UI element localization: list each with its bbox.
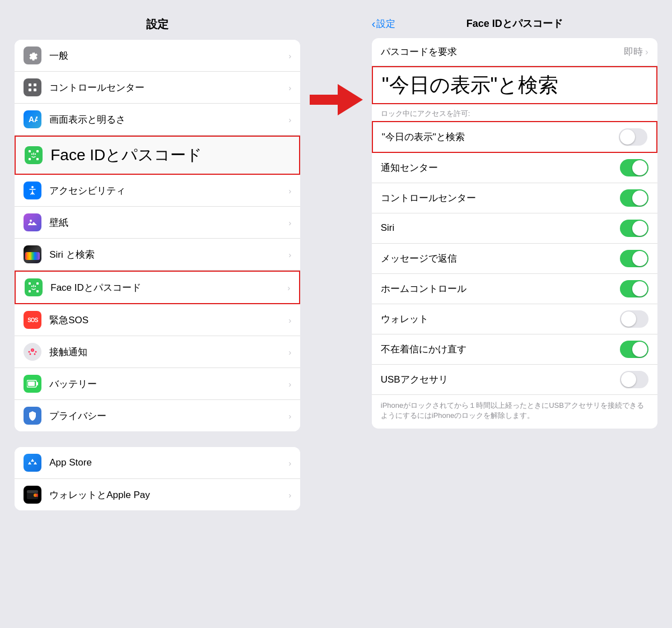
siri-icon: [24, 245, 41, 263]
toggle-row-today-view[interactable]: "今日の表示"と検索: [372, 121, 657, 153]
wallet-toggle[interactable]: [620, 310, 648, 328]
passcode-value: 即時 ›: [624, 45, 648, 58]
accessibility-label: アクセシビリティ: [49, 184, 284, 197]
battery-icon: [24, 375, 41, 393]
sos-icon: SOS: [24, 311, 41, 329]
settings-item-battery[interactable]: バッテリー ›: [15, 368, 300, 400]
toggle-thumb: [632, 221, 647, 236]
chevron-icon: ›: [288, 218, 291, 227]
svg-point-13: [30, 220, 32, 222]
arrow-shaft: [310, 95, 338, 105]
section-label: ロック中にアクセスを許可:: [372, 104, 657, 121]
display-label: 画面表示と明るさ: [49, 113, 284, 126]
toggle-row-siri[interactable]: Siri: [372, 213, 657, 244]
chevron-icon: ›: [288, 379, 291, 389]
control-center-label: コントロールセンター: [49, 81, 284, 94]
wallpaper-icon: [24, 213, 41, 231]
settings-item-faceid[interactable]: Face IDとパスコード ›: [15, 271, 300, 304]
back-button[interactable]: ‹ 設定: [372, 17, 396, 30]
sos-label: 緊急SOS: [49, 314, 284, 327]
svg-point-19: [35, 286, 36, 287]
toggle-row-control-center[interactable]: コントロールセンター: [372, 183, 657, 213]
toggle-row-notification-center[interactable]: 通知センター: [372, 153, 657, 183]
chevron-icon: ›: [288, 186, 291, 196]
svg-rect-14: [29, 282, 31, 285]
right-panel-content: パスコードを要求 即時 › "今日の表示"と検索 ロック中にアクセスを許可: "…: [372, 38, 657, 429]
passcode-label: パスコードを要求: [381, 45, 457, 58]
svg-rect-29: [36, 382, 38, 385]
chevron-icon: ›: [288, 115, 291, 124]
toggle-thumb: [620, 129, 635, 145]
settings-item-privacy[interactable]: プライバシー ›: [15, 400, 300, 431]
toggle-thumb: [621, 311, 636, 327]
svg-point-26: [30, 353, 31, 355]
svg-rect-16: [29, 290, 31, 292]
notification-center-toggle[interactable]: [620, 159, 648, 176]
message-reply-label: メッセージで返信: [381, 252, 457, 265]
chevron-icon: ›: [288, 490, 291, 500]
settings-item-display[interactable]: AA 画面表示と明るさ ›: [15, 104, 300, 136]
svg-rect-15: [36, 282, 39, 285]
toggle-row-usb[interactable]: USBアクセサリ: [372, 365, 657, 395]
control-center-toggle[interactable]: [620, 189, 648, 207]
chevron-icon: ›: [288, 347, 291, 357]
settings-item-appstore[interactable]: App Store ›: [15, 447, 300, 479]
contact-label: 接触通知: [49, 346, 284, 359]
svg-point-24: [29, 351, 30, 353]
left-panel: 設定 一般 ›: [11, 17, 304, 510]
toggle-thumb: [632, 251, 647, 266]
contact-icon: [24, 343, 41, 361]
svg-rect-6: [36, 150, 39, 152]
settings-item-sos[interactable]: SOS 緊急SOS ›: [15, 304, 300, 336]
settings-item-contact[interactable]: 接触通知 ›: [15, 336, 300, 368]
right-panel-title: Face IDとパスコード: [466, 17, 563, 30]
left-panel-title: 設定: [146, 17, 169, 32]
svg-rect-1: [34, 83, 36, 86]
svg-point-25: [35, 351, 37, 353]
settings-list-top: 一般 › コントロールセンター ›: [15, 40, 300, 431]
arrow-head: [338, 84, 363, 115]
svg-rect-17: [36, 290, 39, 292]
siri-toggle[interactable]: [620, 220, 648, 237]
svg-point-10: [35, 153, 36, 155]
settings-item-general[interactable]: 一般 ›: [15, 40, 300, 72]
big-heading-box: "今日の表示"と検索: [372, 66, 657, 104]
chevron-icon: ›: [288, 83, 291, 92]
privacy-icon: [24, 407, 41, 425]
chevron-icon: ›: [288, 411, 291, 421]
passcode-row[interactable]: パスコードを要求 即時 ›: [372, 38, 657, 66]
toggle-row-wallet[interactable]: ウォレット: [372, 304, 657, 334]
settings-item-wallet[interactable]: ウォレットとApple Pay ›: [15, 479, 300, 510]
arrow-container: [304, 84, 368, 115]
svg-rect-32: [27, 490, 38, 493]
passcode-chevron: ›: [645, 46, 648, 58]
back-chevron-icon: ‹: [372, 17, 376, 30]
settings-list-bottom: App Store › ウォレットとApple Pay ›: [15, 447, 300, 510]
missed-call-toggle[interactable]: [620, 341, 648, 358]
message-reply-toggle[interactable]: [620, 250, 648, 267]
toggle-row-home-control[interactable]: ホームコントロール: [372, 274, 657, 304]
toggle-row-missed-call[interactable]: 不在着信にかけ直す: [372, 334, 657, 365]
battery-label: バッテリー: [49, 378, 284, 390]
wallpaper-label: 壁紙: [49, 216, 284, 229]
big-heading-text: "今日の表示"と検索: [382, 74, 647, 96]
svg-point-27: [34, 353, 36, 355]
faceid-large-label: Face IDとパスコード: [50, 145, 290, 166]
toggle-row-message-reply[interactable]: メッセージで返信: [372, 244, 657, 274]
back-label: 設定: [376, 17, 395, 30]
settings-item-wallpaper[interactable]: 壁紙 ›: [15, 207, 300, 239]
home-control-toggle[interactable]: [620, 280, 648, 297]
settings-item-siri[interactable]: Siri と検索 ›: [15, 239, 300, 271]
usb-label: USBアクセサリ: [381, 373, 448, 386]
today-view-label: "今日の表示"と検索: [382, 131, 465, 143]
appstore-label: App Store: [49, 457, 284, 468]
usb-toggle[interactable]: [620, 371, 648, 388]
settings-item-faceid-large[interactable]: Face IDとパスコード: [15, 136, 300, 175]
settings-item-control-center[interactable]: コントロールセンター ›: [15, 72, 300, 104]
svg-rect-7: [29, 158, 31, 160]
today-view-toggle[interactable]: [619, 128, 647, 146]
settings-item-accessibility[interactable]: アクセシビリティ ›: [15, 175, 300, 207]
faceid-icon: [25, 278, 43, 296]
toggle-thumb: [632, 160, 647, 175]
right-header: ‹ 設定 Face IDとパスコード: [372, 17, 657, 30]
